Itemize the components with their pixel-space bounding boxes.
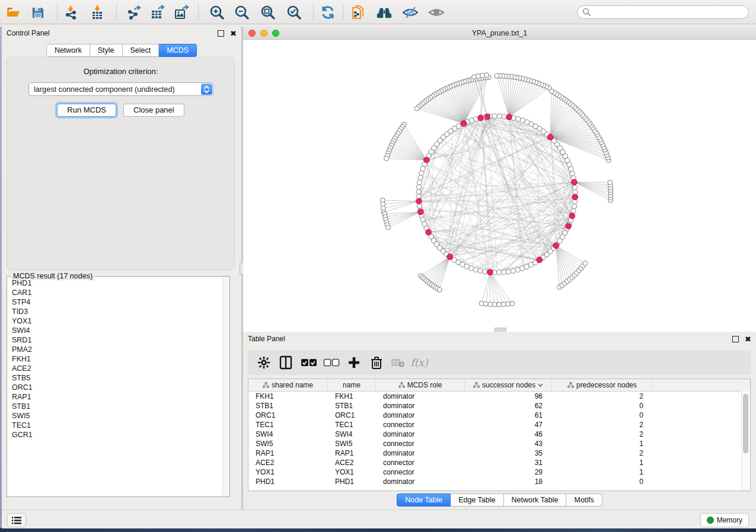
- search-input[interactable]: [577, 5, 749, 19]
- zoom-fit-icon[interactable]: [260, 4, 276, 21]
- show-all-eye-icon[interactable]: [428, 4, 445, 21]
- export-image-icon[interactable]: [173, 4, 190, 21]
- tab-edge-table[interactable]: Edge Table: [451, 493, 503, 507]
- list-item[interactable]: STB1: [12, 402, 222, 411]
- list-item[interactable]: FKH1: [12, 354, 222, 364]
- column-settings-gear-icon[interactable]: [255, 354, 273, 371]
- graph-leaf-node[interactable]: [384, 156, 389, 161]
- list-item[interactable]: GCR1: [12, 430, 222, 440]
- close-panel-icon[interactable]: ✖: [745, 336, 751, 342]
- graph-node[interactable]: [511, 268, 515, 273]
- column-header-MCDS-role[interactable]: MCDS role: [376, 379, 465, 391]
- graph-leaf-node[interactable]: [583, 261, 588, 265]
- column-header-predecessor-nodes[interactable]: predecessor nodes: [552, 379, 653, 391]
- tab-motifs[interactable]: Motifs: [566, 493, 602, 507]
- apply-layout-icon[interactable]: [320, 4, 336, 21]
- graph-node[interactable]: [416, 185, 421, 190]
- tab-style[interactable]: Style: [90, 44, 123, 57]
- graph-node[interactable]: [516, 117, 521, 121]
- graph-leaf-node[interactable]: [506, 302, 511, 306]
- list-item[interactable]: SWI4: [12, 326, 222, 335]
- graph-node[interactable]: [497, 270, 502, 275]
- list-item[interactable]: RAP1: [12, 392, 222, 402]
- export-network-icon[interactable]: [126, 4, 142, 21]
- close-panel-icon[interactable]: ✖: [230, 31, 237, 36]
- graph-mcds-node[interactable]: [418, 209, 424, 215]
- show-panels-list-button[interactable]: [7, 513, 26, 527]
- graph-node[interactable]: [483, 269, 487, 274]
- float-window-icon[interactable]: [218, 30, 224, 37]
- graph-mcds-node[interactable]: [487, 270, 493, 275]
- network-window-titlebar[interactable]: YPA_prune.txt_1: [243, 27, 756, 40]
- list-item[interactable]: TID3: [12, 307, 222, 316]
- graph-mcds-node[interactable]: [478, 115, 484, 121]
- graph-leaf-node[interactable]: [488, 302, 493, 307]
- graph-node[interactable]: [478, 268, 483, 273]
- mcds-result-scrollbar[interactable]: [222, 277, 229, 496]
- graph-mcds-node[interactable]: [572, 194, 578, 200]
- delete-column-trash-icon[interactable]: [368, 354, 385, 371]
- list-item[interactable]: TEC1: [12, 421, 222, 430]
- graph-mcds-node[interactable]: [553, 243, 559, 249]
- graph-node[interactable]: [492, 114, 497, 118]
- graph-leaf-node[interactable]: [484, 302, 489, 306]
- function-builder-icon[interactable]: f(x): [410, 354, 428, 371]
- graph-leaf-node[interactable]: [472, 75, 477, 79]
- graph-leaf-node[interactable]: [414, 106, 419, 111]
- delete-table-icon[interactable]: [389, 354, 407, 371]
- list-item[interactable]: STP4: [12, 297, 222, 307]
- table-row[interactable]: SWI4SWI4dominator462: [248, 430, 750, 439]
- hide-selected-eye-icon[interactable]: [402, 4, 419, 21]
- mcds-result-list[interactable]: PHD1CAR1STP4TID3YOX1SWI4SRD1PMA2FKH1ACE2…: [8, 278, 222, 496]
- graph-leaf-node[interactable]: [497, 302, 502, 307]
- table-row[interactable]: PHD1PHD1dominator180: [248, 477, 750, 486]
- graph-leaf-node[interactable]: [495, 73, 499, 78]
- graph-node[interactable]: [418, 175, 423, 180]
- list-item[interactable]: PHD1: [12, 278, 222, 288]
- graph-node[interactable]: [473, 267, 478, 272]
- table-row[interactable]: YOX1YOX1connector291: [248, 467, 750, 477]
- float-window-icon[interactable]: [732, 336, 739, 342]
- graph-node[interactable]: [502, 114, 506, 118]
- graph-mcds-node[interactable]: [547, 134, 553, 140]
- graph-leaf-node[interactable]: [492, 302, 497, 307]
- graph-mcds-node[interactable]: [572, 180, 578, 185]
- maximize-window-icon[interactable]: [272, 30, 279, 37]
- close-panel-button[interactable]: Close panel: [123, 104, 184, 117]
- column-header-shared-name[interactable]: shared name: [248, 379, 328, 391]
- import-table-icon[interactable]: [89, 4, 106, 21]
- graph-mcds-node[interactable]: [461, 121, 467, 127]
- graph-node[interactable]: [417, 180, 422, 185]
- run-mcds-button[interactable]: Run MCDS: [57, 104, 116, 117]
- graph-node[interactable]: [571, 209, 576, 213]
- clone-network-icon[interactable]: [350, 4, 366, 21]
- graph-node[interactable]: [572, 185, 577, 190]
- graph-mcds-node[interactable]: [566, 223, 572, 229]
- graph-node[interactable]: [515, 267, 520, 272]
- graph-mcds-node[interactable]: [569, 213, 575, 219]
- list-item[interactable]: SWI5: [12, 411, 222, 421]
- zoom-out-icon[interactable]: [234, 4, 250, 21]
- optimization-criterion-select[interactable]: largest connected component (undirected): [28, 82, 213, 96]
- graph-mcds-node[interactable]: [506, 114, 512, 120]
- list-item[interactable]: ACE2: [12, 364, 222, 373]
- table-row[interactable]: FKH1FKH1dominator962: [248, 392, 750, 401]
- graph-node[interactable]: [570, 171, 575, 176]
- split-view-icon[interactable]: [277, 354, 295, 371]
- import-network-icon[interactable]: [63, 4, 79, 21]
- list-item[interactable]: ORC1: [12, 383, 222, 392]
- graph-mcds-node[interactable]: [484, 114, 490, 120]
- table-row[interactable]: TEC1TEC1connector472: [248, 420, 750, 430]
- graph-leaf-node[interactable]: [550, 89, 554, 94]
- network-graph-canvas[interactable]: [243, 39, 756, 332]
- graph-mcds-node[interactable]: [424, 157, 430, 163]
- deselect-all-icon[interactable]: [323, 354, 340, 371]
- select-all-icon[interactable]: [300, 354, 318, 371]
- graph-mcds-node[interactable]: [416, 198, 422, 204]
- close-window-icon[interactable]: [248, 30, 256, 37]
- add-column-icon[interactable]: [345, 354, 363, 371]
- table-row[interactable]: ACE2ACE2connector311: [248, 458, 750, 467]
- column-header-name[interactable]: name: [328, 379, 376, 391]
- graph-leaf-node[interactable]: [385, 225, 390, 230]
- graph-node[interactable]: [572, 204, 576, 209]
